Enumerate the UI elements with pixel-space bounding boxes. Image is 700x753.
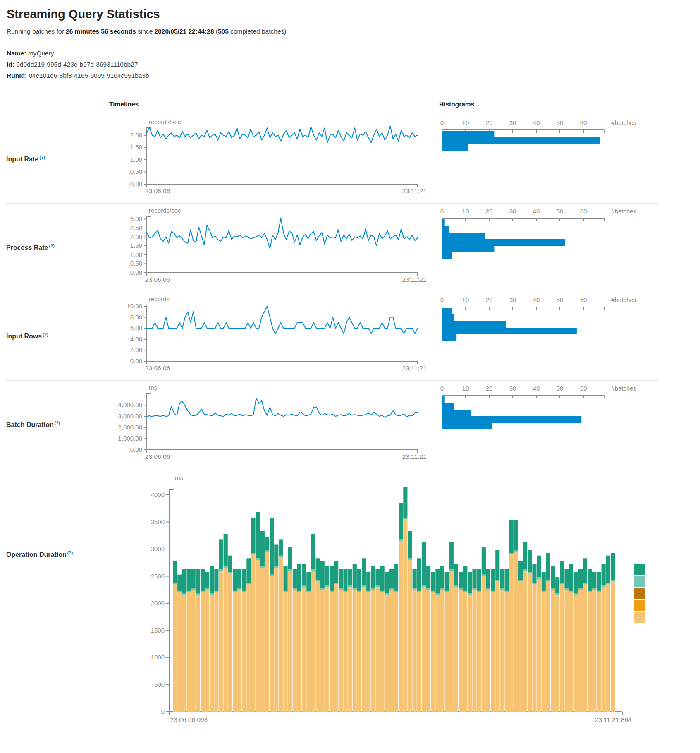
svg-text:50: 50 xyxy=(557,296,564,303)
svg-text:23:06:06: 23:06:06 xyxy=(145,276,170,283)
input-rate-timeline-cell: records/sec0.000.501.001.502.0023:06:062… xyxy=(104,115,434,204)
batch-duration-histogram-chart: 0102030405060#batches xyxy=(434,381,657,469)
svg-text:0: 0 xyxy=(440,119,444,126)
query-id-label: Id: xyxy=(7,61,14,68)
svg-text:40: 40 xyxy=(533,208,540,215)
svg-text:10: 10 xyxy=(462,385,469,392)
legend-swatch[interactable] xyxy=(634,612,645,623)
svg-text:2.00: 2.00 xyxy=(130,233,142,240)
svg-text:0.00: 0.00 xyxy=(130,446,142,453)
svg-text:23:06:06.093: 23:06:06.093 xyxy=(170,716,208,723)
svg-text:3500: 3500 xyxy=(151,518,165,525)
svg-text:50: 50 xyxy=(557,208,564,215)
stats-table-header-row: Timelines Histograms xyxy=(6,94,658,115)
svg-text:60: 60 xyxy=(580,385,587,392)
svg-text:50: 50 xyxy=(557,385,564,392)
help-icon[interactable]: (?) xyxy=(49,243,54,248)
svg-text:20: 20 xyxy=(486,119,493,126)
row-label-text: Input Rows xyxy=(6,333,42,340)
svg-text:23:06:06: 23:06:06 xyxy=(145,365,170,372)
svg-text:records: records xyxy=(149,295,170,302)
help-icon[interactable]: (?) xyxy=(39,155,45,160)
svg-text:2.00: 2.00 xyxy=(130,346,142,353)
svg-text:50: 50 xyxy=(557,119,564,126)
svg-text:1.50: 1.50 xyxy=(130,242,142,249)
batch-duration-row: Batch Duration(?) ms0.001,000.002,000.00… xyxy=(6,381,658,469)
streaming-statistics-page: Streaming Query Statistics Running batch… xyxy=(0,0,700,753)
svg-text:0.00: 0.00 xyxy=(130,269,142,276)
svg-text:0.50: 0.50 xyxy=(130,260,142,267)
svg-text:20: 20 xyxy=(486,296,493,303)
query-runid-label: RunId: xyxy=(7,72,27,79)
process-rate-timeline-cell: records/sec0.000.501.001.502.002.503.002… xyxy=(104,204,434,292)
svg-text:0.50: 0.50 xyxy=(130,168,142,175)
timelines-header: Timelines xyxy=(104,94,434,115)
batch-duration-histogram-cell: 0102030405060#batches xyxy=(434,381,658,469)
svg-text:10: 10 xyxy=(462,119,469,126)
svg-text:1000: 1000 xyxy=(151,654,165,661)
svg-text:0: 0 xyxy=(440,208,444,215)
process-rate-label: Process Rate(?) xyxy=(6,204,104,292)
svg-text:records/sec: records/sec xyxy=(149,118,181,125)
svg-text:0: 0 xyxy=(161,708,165,715)
operation-duration-row: Operation Duration(?) ms0500100015002000… xyxy=(6,469,658,748)
help-icon[interactable]: (?) xyxy=(67,550,73,555)
row-label-text: Operation Duration xyxy=(6,551,67,558)
legend-swatch[interactable] xyxy=(634,564,645,575)
svg-text:20: 20 xyxy=(486,208,493,215)
process-rate-histogram-cell: 0102030405060#batches xyxy=(434,204,658,292)
svg-text:6.00: 6.00 xyxy=(130,324,142,331)
svg-text:500: 500 xyxy=(154,681,165,688)
legend-swatch[interactable] xyxy=(634,588,645,599)
batch-duration-label: Batch Duration(?) xyxy=(6,381,104,469)
svg-text:3.00: 3.00 xyxy=(130,215,142,222)
operation-duration-chart-cell: ms0500100015002000250030003500400023:06:… xyxy=(104,469,658,748)
svg-text:23:11:21: 23:11:21 xyxy=(402,365,426,372)
svg-text:ms: ms xyxy=(149,384,157,391)
query-info: Name: myQuery Id: 9d0dd219-995d-423e-b97… xyxy=(7,48,700,81)
svg-text:2.50: 2.50 xyxy=(130,224,142,231)
svg-text:10.00: 10.00 xyxy=(127,302,142,309)
input-rate-row: Input Rate(?) records/sec0.000.501.001.5… xyxy=(6,115,658,204)
batch-duration-timeline-chart: ms0.001,000.002,000.003,000.004,000.0023… xyxy=(104,381,433,469)
running-duration: 26 minutes 56 seconds xyxy=(66,28,136,35)
svg-text:8.00: 8.00 xyxy=(130,314,142,321)
svg-text:23:06:06: 23:06:06 xyxy=(145,187,170,194)
svg-text:23:11:21: 23:11:21 xyxy=(402,276,426,283)
summary-prefix: Running batches for xyxy=(7,28,66,35)
completed-batches-count: 505 xyxy=(218,28,229,35)
summary-since: since xyxy=(136,28,155,35)
svg-text:4.00: 4.00 xyxy=(130,336,142,343)
help-icon[interactable]: (?) xyxy=(55,420,60,425)
svg-text:1,000.00: 1,000.00 xyxy=(118,435,142,442)
input-rows-histogram-chart: 0102030405060#batches xyxy=(434,292,657,380)
svg-text:23:11:21: 23:11:21 xyxy=(402,187,426,194)
svg-text:2,000.00: 2,000.00 xyxy=(118,424,142,431)
svg-text:23:11:21: 23:11:21 xyxy=(402,453,426,460)
svg-text:30: 30 xyxy=(509,385,516,392)
query-runid-row: RunId: 04e101e6-8bf8-4165-9099-9104c951b… xyxy=(7,70,700,81)
input-rows-timeline-cell: records0.002.004.006.008.0010.0023:06:06… xyxy=(104,292,434,381)
input-rows-label: Input Rows(?) xyxy=(6,292,104,381)
svg-text:23:11:21.864: 23:11:21.864 xyxy=(595,716,632,723)
svg-text:0.00: 0.00 xyxy=(130,357,142,365)
svg-text:23:06:06: 23:06:06 xyxy=(145,453,170,460)
svg-text:60: 60 xyxy=(580,119,587,126)
svg-text:#batches: #batches xyxy=(611,119,636,126)
input-rows-row: Input Rows(?) records0.002.004.006.008.0… xyxy=(6,292,658,381)
query-id-row: Id: 9d0dd219-995d-423e-b97d-36931110bb27 xyxy=(7,59,700,70)
svg-text:30: 30 xyxy=(509,119,516,126)
svg-text:records/sec: records/sec xyxy=(149,207,181,214)
legend-swatch[interactable] xyxy=(634,600,645,611)
svg-text:0: 0 xyxy=(440,296,444,303)
query-id-value: 9d0dd219-995d-423e-b97d-36931110bb27 xyxy=(14,61,138,68)
query-name-label: Name: xyxy=(7,50,26,57)
svg-text:0: 0 xyxy=(440,385,444,392)
svg-text:3,000.00: 3,000.00 xyxy=(118,412,142,420)
page-title: Streaming Query Statistics xyxy=(7,7,700,21)
svg-text:40: 40 xyxy=(533,296,540,303)
help-icon[interactable]: (?) xyxy=(43,332,48,337)
svg-text:#batches: #batches xyxy=(611,208,636,215)
svg-text:20: 20 xyxy=(486,385,493,392)
legend-swatch[interactable] xyxy=(634,576,645,587)
